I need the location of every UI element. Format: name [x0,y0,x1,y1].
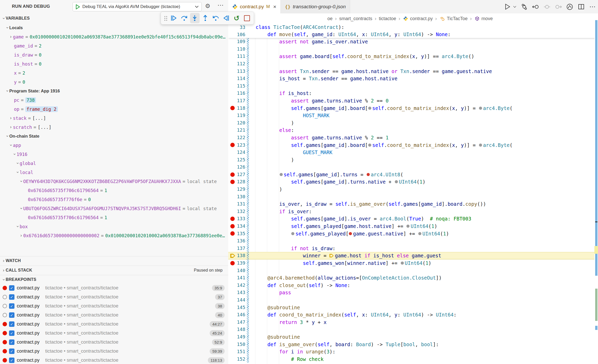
breakpoint-gutter[interactable] [228,126,235,134]
breadcrumb-item[interactable]: TicTacToe [447,16,468,21]
breakpoint-checkbox[interactable]: ✓ [9,339,14,345]
breakpoint-gutter[interactable] [228,333,235,341]
variable-row[interactable]: game_id=2 [0,41,228,50]
breakpoint-list-item[interactable]: ✓contract.pytictactoe • smart_contracts/… [0,356,228,364]
variable-row[interactable]: 0x67616d65735f706c61796564=1 [0,186,228,195]
breakpoint-gutter[interactable] [228,282,235,289]
more-actions-icon[interactable]: ⋯ [217,2,224,9]
breakpoint-gutter[interactable] [228,60,235,68]
breakpoint-gutter[interactable] [228,245,235,252]
breakpoint-checkbox[interactable]: ✓ [9,330,14,336]
tab-transaction-group-json[interactable]: {} transaction-group-0.json [281,0,350,13]
breakpoint-gutter[interactable] [228,156,235,164]
breakpoints-section-header[interactable]: › BREAKPOINTS [0,275,228,284]
breakpoint-gutter[interactable] [228,230,235,238]
variable-row[interactable]: pc=738 [0,96,228,105]
breakpoint-gutter[interactable] [228,311,235,319]
breakpoint-list-item[interactable]: ✓contract.pytictactoe • smart_contracts/… [0,311,228,320]
breakpoint-gutter[interactable] [228,252,235,259]
breakpoint-checkbox[interactable]: ✓ [9,321,14,327]
breakpoint-gutter[interactable] [228,237,235,245]
breakpoint-gutter[interactable] [228,223,235,230]
breakpoint-checkbox[interactable]: ✓ [9,349,14,354]
breakpoint-gutter[interactable] [228,45,235,53]
breakpoint-gutter[interactable] [228,38,235,45]
breakpoint-gutter[interactable] [228,171,235,178]
breadcrumb-item[interactable]: oe [327,16,333,21]
variable-row[interactable]: ›1916 [0,150,228,159]
breakpoint-gutter[interactable] [228,319,235,326]
overview-ruler-scrollbar[interactable] [594,24,598,364]
toolbar-drag-grip[interactable] [163,13,168,23]
breakpoint-gutter[interactable] [228,259,235,267]
breakpoint-checkbox[interactable]: ✓ [9,294,14,300]
breakpoint-checkbox[interactable]: ✓ [9,358,14,363]
variable-row[interactable]: x=2 [0,68,228,77]
breakpoint-gutter[interactable] [228,149,235,156]
breakpoint-gutter[interactable] [228,24,235,31]
variable-row[interactable]: ›app [0,141,228,150]
variable-row[interactable]: ›0x67616d65730000000000000002=0x01000200… [0,231,228,240]
breakpoint-gutter[interactable] [228,97,235,105]
breakpoint-list-item[interactable]: ✓contract.pytictactoe • smart_contracts/… [0,320,228,329]
breakpoint-gutter[interactable] [228,200,235,208]
breakpoint-list-item[interactable]: ✓contract.pytictactoe • smart_contracts/… [0,338,228,347]
breakpoint-gutter[interactable] [228,208,235,215]
breakpoint-gutter[interactable] [228,355,235,363]
breakpoint-gutter[interactable] [228,267,235,274]
run-button[interactable] [504,3,511,10]
back-navigation-icon[interactable] [532,3,539,10]
step-back-button[interactable] [211,13,220,23]
variable-row[interactable]: ›box [0,222,228,231]
breakpoint-gutter[interactable] [228,163,235,171]
breadcrumb-item[interactable]: move [482,16,493,21]
start-debug-icon[interactable] [75,4,80,10]
watch-section-header[interactable]: › WATCH [0,256,228,265]
breakpoint-gutter[interactable] [228,274,235,282]
variable-row[interactable]: ›OEYWY64H3D7QK6KCGG6NM2XKKOTZB6BEGZ2P6VA… [0,177,228,186]
breadcrumb-item[interactable]: tictactoe [379,16,396,21]
breakpoint-gutter[interactable] [228,296,235,304]
breakpoint-gutter[interactable] [228,186,235,193]
breakpoint-dot[interactable] [230,231,235,236]
breakpoint-list-item[interactable]: ✓contract.pytictactoe • smart_contracts/… [0,302,228,311]
breakpoint-gutter[interactable] [228,134,235,141]
git-compare-icon[interactable] [521,3,528,10]
restart-button[interactable]: ↺ [232,13,241,23]
more-actions-icon[interactable]: ⋯ [589,3,596,10]
variable-row[interactable]: is_draw=0 [0,50,228,59]
breakpoint-list-item[interactable]: ✓contract.pytictactoe • smart_contracts/… [0,283,228,292]
debug-config-dropdown[interactable]: Debug TEAL via AlgoKit AVM Debugger (tic… [73,2,202,11]
run-dropdown-chevron-icon[interactable] [513,3,516,10]
breakpoint-dot[interactable] [230,172,235,177]
variable-row[interactable]: ›Locals [0,23,228,32]
variable-row[interactable]: is_host=0 [0,59,228,68]
breakpoint-gutter[interactable] [228,178,235,186]
breakpoint-dot[interactable] [230,224,235,228]
breadcrumb-item[interactable]: contract.py [410,16,433,21]
breakpoint-gutter[interactable] [228,90,235,97]
breakpoint-checkbox[interactable]: ✓ [9,285,14,291]
breakpoint-gutter[interactable] [228,75,235,82]
breakpoint-gutter[interactable] [228,304,235,311]
breakpoint-dot[interactable] [230,143,235,147]
breakpoint-gutter[interactable] [228,326,235,333]
breakpoint-dot[interactable] [230,217,235,221]
breakpoint-checkbox[interactable]: ✓ [9,303,14,309]
gear-icon[interactable]: ⚙ [205,3,210,10]
variable-row[interactable]: ›stack=[...] [0,114,228,123]
breakpoint-gutter[interactable] [228,341,235,348]
variable-row[interactable]: ›UBUTQ6FOG5ZWRCI64DUSX7SA6FOGMUJ7STNQVPA… [0,204,228,213]
breakpoint-dot[interactable] [230,106,235,110]
variable-row[interactable]: ›local [0,168,228,177]
close-icon[interactable]: × [273,4,276,10]
variable-row[interactable]: op=frame_dig 2 [0,105,228,114]
breakpoint-list-item[interactable]: ✓contract.pytictactoe • smart_contracts/… [0,292,228,302]
breakpoint-dot[interactable] [230,180,235,184]
breakpoint-gutter[interactable] [228,82,235,90]
breakpoint-dot[interactable] [230,261,235,265]
call-graph-icon[interactable] [566,3,573,10]
breakpoint-gutter[interactable] [228,289,235,296]
breakpoint-list-item[interactable]: ✓contract.pytictactoe • smart_contracts/… [0,347,228,356]
breakpoint-gutter[interactable] [228,105,235,112]
